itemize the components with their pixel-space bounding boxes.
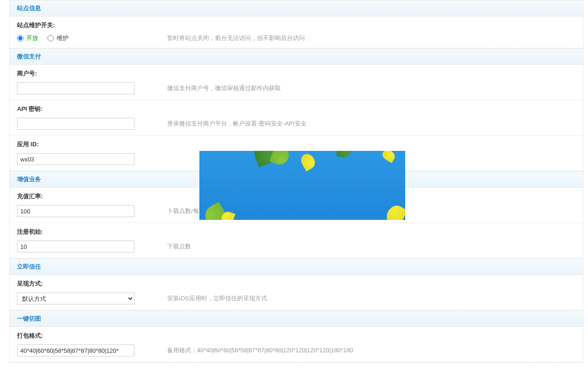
field-display-mode: 呈现方式: 默认方式 安装iOS应用时，立即信任的呈现方式 [10, 275, 583, 310]
field-maintenance-switch: 站点维护开关: 开放 维护 暂时将站点关闭，前台无法访问，但不影响后台 [10, 17, 583, 48]
section-header-site-info: 站点信息 [10, 0, 583, 17]
display-mode-label: 呈现方式: [10, 275, 583, 291]
app-id-label: 应用 ID: [10, 136, 583, 151]
section-site-info: 站点信息 站点维护开关: 开放 维护 暂时将站点 [9, 0, 583, 49]
field-package-format: 打包格式: 备用格式：40*40|60*60|58*58|87*87|80*80… [10, 327, 583, 362]
merchant-id-input[interactable] [17, 82, 134, 94]
api-key-hint: 登录微信支付商户平台，帐户设置-密码安全-API安全 [167, 120, 576, 128]
leaf-icon [269, 151, 291, 167]
merchant-id-label: 商户号: [10, 65, 583, 80]
section-trust-now: 立即信任 呈现方式: 默认方式 安装iOS应用时，立即信任的呈现方式 [9, 259, 583, 311]
api-key-label: API 密钥: [10, 100, 583, 116]
register-initial-hint: 下载点数 [167, 242, 576, 251]
section-one-click-cut: 一键切图 打包格式: 备用格式：40*40|60*60|58*58|87*87|… [9, 311, 583, 363]
leaf-icon [383, 202, 405, 220]
radio-open-label: 开放 [26, 34, 38, 42]
recharge-rate-input[interactable] [17, 205, 134, 217]
register-initial-input[interactable] [17, 241, 134, 252]
section-header-wechat-pay: 微信支付 [10, 49, 583, 65]
radio-maintenance[interactable]: 维护 [47, 34, 69, 42]
display-mode-hint: 安装iOS应用时，立即信任的呈现方式 [167, 294, 576, 303]
app-id-input[interactable] [17, 153, 134, 165]
api-key-input[interactable] [17, 118, 134, 130]
package-format-label: 打包格式: [10, 327, 583, 343]
leaf-icon [380, 151, 396, 163]
field-register-initial: 注册初始: 下载点数 [10, 223, 583, 258]
merchant-id-hint: 微信支付商户号，微信审核通过邮件内获取 [167, 84, 576, 92]
field-merchant-id: 商户号: 微信支付商户号，微信审核通过邮件内获取 [10, 65, 583, 100]
package-format-input[interactable] [17, 344, 134, 356]
radio-maintenance-input[interactable] [47, 35, 54, 41]
radio-open-input[interactable] [17, 35, 23, 41]
leaf-icon [298, 151, 317, 171]
maintenance-switch-label: 站点维护开关: [10, 17, 583, 32]
maintenance-radio-group: 开放 维护 [17, 34, 160, 42]
radio-open[interactable]: 开放 [17, 34, 38, 42]
leaf-icon [336, 151, 353, 158]
maintenance-hint: 暂时将站点关闭，前台无法访问，但不影响后台访问 [167, 34, 576, 42]
register-initial-label: 注册初始: [10, 223, 583, 239]
decorative-overlay [199, 151, 405, 220]
radio-maintenance-label: 维护 [57, 34, 69, 42]
field-api-key: API 密钥: 登录微信支付商户平台，帐户设置-密码安全-API安全 [10, 100, 583, 136]
section-header-one-click-cut: 一键切图 [10, 311, 583, 327]
section-header-trust-now: 立即信任 [10, 259, 583, 275]
display-mode-select[interactable]: 默认方式 [17, 293, 134, 304]
package-format-hint: 备用格式：40*40|60*60|58*58|87*87|80*80|120*1… [167, 346, 576, 355]
